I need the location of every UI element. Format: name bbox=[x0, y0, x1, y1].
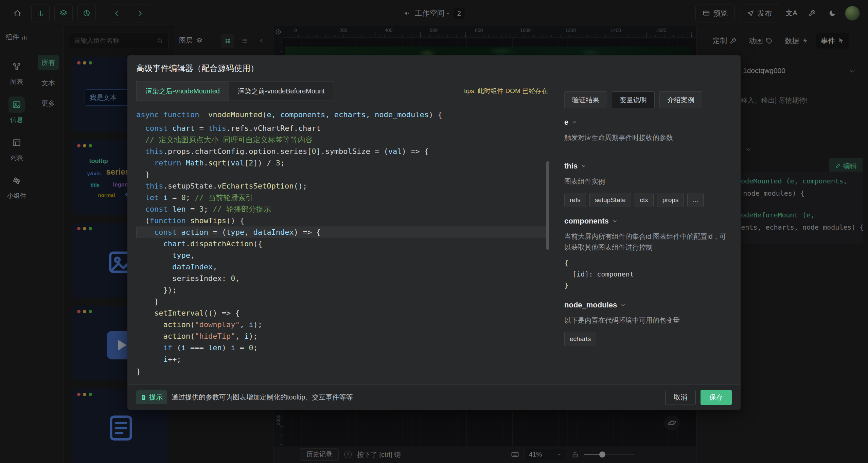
section-e-desc: 触发对应生命周期事件时接收的参数 bbox=[564, 132, 732, 143]
code-line: setInterval(() => { bbox=[136, 307, 549, 319]
chip-more: ... bbox=[687, 193, 704, 207]
chip-ctx: ctx bbox=[635, 193, 654, 207]
code-footer-brace: } bbox=[136, 367, 549, 376]
code-line: seriesIndex: 0, bbox=[136, 273, 549, 284]
components-code-sample: { [id]: component } bbox=[564, 257, 732, 291]
section-divider bbox=[564, 152, 732, 152]
section-this-header[interactable]: this bbox=[564, 162, 732, 171]
section-name: this bbox=[564, 162, 578, 171]
code-line: const len = 3; // 轮播部分提示 bbox=[136, 203, 549, 215]
tab-vnode-before-mount[interactable]: 渲染之前-vnodeBeforeMount bbox=[229, 81, 334, 101]
code-line: (function showTips() { bbox=[136, 215, 549, 227]
section-node-modules-desc: 以下是内置在代码环境中可用的包变量 bbox=[564, 315, 732, 326]
section-e-header[interactable]: e bbox=[564, 118, 732, 127]
code-line: this.props.chartConfig.option.series[0].… bbox=[136, 146, 549, 157]
chip-refs: refs bbox=[564, 193, 586, 207]
tip-label: 提示 bbox=[149, 393, 163, 402]
modal-code-column: 渲染之后-vnodeMounted 渲染之前-vnodeBeforeMount … bbox=[136, 81, 549, 376]
code-line: action("highlight", i); bbox=[136, 365, 549, 366]
lifecycle-tabs: 渲染之后-vnodeMounted 渲染之前-vnodeBeforeMount … bbox=[136, 81, 549, 101]
code-line: }); bbox=[136, 284, 549, 296]
code-line: action("downplay", i); bbox=[136, 319, 549, 331]
section-name: e bbox=[564, 118, 568, 127]
code-line: } bbox=[136, 169, 549, 180]
chip-props: props bbox=[657, 193, 684, 207]
tab-vnode-mounted[interactable]: 渲染之后-vnodeMounted bbox=[136, 81, 229, 101]
code-line: if (i === len) i = 0; bbox=[136, 342, 549, 354]
code-editor[interactable]: const chart = this.refs.vChartRef.chart … bbox=[136, 123, 549, 366]
chip-setupstate: setupState bbox=[589, 193, 631, 207]
code-line: // 定义地图原点大小 同理可自定义标签等等内容 bbox=[136, 134, 549, 146]
section-name: components bbox=[564, 217, 609, 226]
section-name: node_modules bbox=[564, 301, 617, 309]
chevron-down-icon bbox=[612, 218, 618, 224]
tips-text: tips: 此时组件 DOM 已经存在 bbox=[464, 87, 549, 95]
modal-docs-column: 验证结果 变量说明 介绍案例 e 触发对应生命周期事件时接收的参数 this 图… bbox=[564, 81, 732, 379]
chip-echarts: echarts bbox=[564, 332, 596, 346]
code-line: action("hideTip", i); bbox=[136, 331, 549, 342]
save-button[interactable]: 保存 bbox=[701, 390, 732, 405]
section-this-desc: 图表组件实例 bbox=[564, 176, 732, 187]
chevron-down-icon bbox=[572, 120, 577, 125]
cancel-button[interactable]: 取消 bbox=[665, 390, 696, 405]
docs-tabs: 验证结果 变量说明 介绍案例 bbox=[564, 91, 732, 108]
code-line: let i = 0; // 当前轮播索引 bbox=[136, 192, 549, 203]
code-line: this.setupState.vEchartsSetOption(); bbox=[136, 180, 549, 192]
code-header-line: async function vnodeMounted(e, component… bbox=[136, 109, 549, 121]
code-line: const action = (type, dataIndex) => { bbox=[136, 227, 549, 238]
chevron-down-icon bbox=[581, 163, 586, 169]
code-line: } bbox=[136, 296, 549, 307]
chevron-down-icon bbox=[620, 302, 626, 308]
document-icon bbox=[140, 394, 146, 400]
code-line: chart.dispatchAction({ bbox=[136, 238, 549, 250]
modal-footer: 提示 通过提供的参数可为图表增加定制化的tooltip、交互事件等等 取消 保存 bbox=[127, 385, 741, 410]
tab-intro-examples[interactable]: 介绍案例 bbox=[659, 91, 702, 108]
tab-variable-docs[interactable]: 变量说明 bbox=[612, 91, 655, 108]
section-components-desc: 当前大屏内所有组件的集合id 图表组件中的配置id，可以获取其他图表组件进行控制 bbox=[564, 231, 732, 253]
code-line: i++; bbox=[136, 354, 549, 365]
code-line: return Math.sqrt(val[2]) / 3; bbox=[136, 157, 549, 169]
code-line: const chart = this.refs.vChartRef.chart bbox=[136, 123, 549, 134]
section-components-header[interactable]: components bbox=[564, 217, 732, 226]
tab-validation-result[interactable]: 验证结果 bbox=[564, 91, 607, 108]
code-line: dataIndex, bbox=[136, 261, 549, 273]
section-node-modules-header[interactable]: node_modules bbox=[564, 301, 732, 309]
advanced-event-editor-modal: 高级事件编辑器（配合源码使用） 渲染之后-vnodeMounted 渲染之前-v… bbox=[127, 55, 741, 410]
code-line: type, bbox=[136, 250, 549, 261]
node-modules-chips: echarts bbox=[564, 332, 732, 346]
modal-title: 高级事件编辑器（配合源码使用） bbox=[136, 63, 259, 74]
tip-text: 通过提供的参数可为图表增加定制化的tooltip、交互事件等等 bbox=[172, 393, 353, 402]
tip-chip: 提示 bbox=[136, 390, 167, 404]
code-lines: const chart = this.refs.vChartRef.chart … bbox=[136, 123, 549, 366]
this-property-chips: refs setupState ctx props ... bbox=[564, 193, 732, 207]
editor-scrollbar[interactable] bbox=[546, 161, 549, 250]
